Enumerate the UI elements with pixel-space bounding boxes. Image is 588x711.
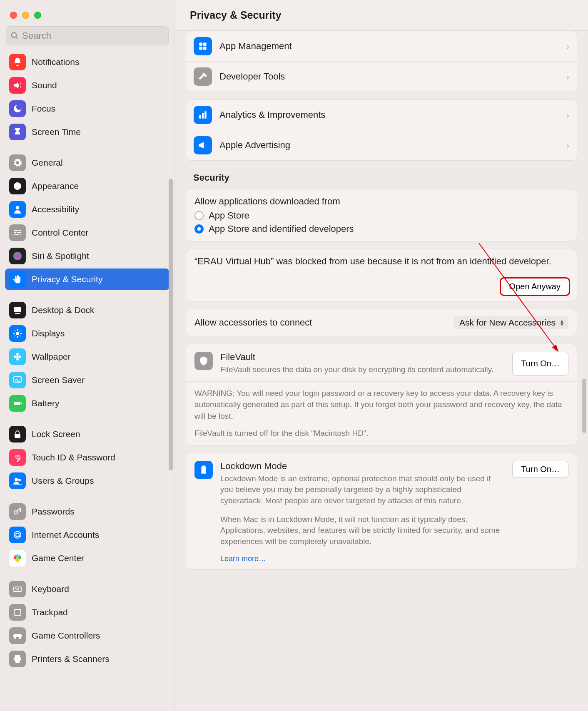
- sidebar-item-internet-accounts[interactable]: Internet Accounts: [5, 524, 169, 546]
- chevron-right-icon: ›: [566, 110, 569, 120]
- page-title-text: Privacy & Security: [190, 9, 282, 21]
- permissions-group-1: App Management›Developer Tools›: [186, 31, 577, 92]
- chart-icon: [194, 106, 212, 124]
- sidebar-item-label: Siri & Spotlight: [32, 251, 89, 261]
- sidebar-item-wallpaper[interactable]: Wallpaper: [5, 346, 169, 368]
- sidebar-item-game-center[interactable]: Game Center: [5, 547, 169, 569]
- sidebar-item-printers-scanners[interactable]: Printers & Scanners: [5, 648, 169, 670]
- sidebar-item-privacy[interactable]: Privacy & Security: [5, 268, 169, 290]
- sidebar-item-trackpad[interactable]: Trackpad: [5, 602, 169, 623]
- sidebar-item-label: Game Center: [32, 553, 84, 563]
- sidebar-item-desktop-dock[interactable]: Desktop & Dock: [5, 299, 169, 321]
- search-icon: [10, 31, 19, 40]
- flower-icon: [9, 348, 26, 365]
- sidebar-item-general[interactable]: General: [5, 152, 169, 174]
- battery-icon: [9, 395, 26, 412]
- hand-icon: [9, 271, 26, 288]
- users-icon: [9, 472, 26, 489]
- lockdown-turn-on-button[interactable]: Turn On…: [512, 461, 568, 478]
- blocked-app-message: “ERAU Virtual Hub” was blocked from use …: [186, 249, 577, 272]
- sliders-icon: [9, 224, 26, 241]
- open-anyway-button[interactable]: Open Anyway: [501, 278, 569, 295]
- speaker-icon: [9, 77, 26, 94]
- dropdown-stepper-icon: ▲▼: [560, 319, 564, 326]
- sidebar-item-sound[interactable]: Sound: [5, 75, 169, 96]
- sidebar-item-notifications[interactable]: Notifications: [5, 51, 169, 73]
- sidebar-item-label: Game Controllers: [32, 631, 100, 641]
- sidebar-item-control-center[interactable]: Control Center: [5, 222, 169, 244]
- sidebar-item-label: Accessibility: [32, 204, 79, 214]
- radio-button[interactable]: [194, 211, 204, 220]
- sidebar-item-label: Touch ID & Password: [32, 452, 115, 462]
- sidebar-item-screen-time[interactable]: Screen Time: [5, 121, 169, 143]
- sidebar-item-label: Printers & Scanners: [32, 654, 110, 664]
- radio-button[interactable]: [194, 224, 204, 234]
- sidebar-item-passwords[interactable]: Passwords: [5, 501, 169, 522]
- radio-label: App Store and identified developers: [209, 224, 354, 234]
- chevron-right-icon: ›: [566, 72, 569, 82]
- sidebar-item-users-groups[interactable]: Users & Groups: [5, 470, 169, 492]
- filevault-desc: FileVault secures the data on your disk …: [220, 364, 505, 375]
- zoom-window-button[interactable]: [34, 12, 41, 19]
- sidebar-item-game-controllers[interactable]: Game Controllers: [5, 625, 169, 646]
- analytics-group: Analytics & Improvements›Apple Advertisi…: [186, 99, 577, 161]
- sidebar-item-label: Screen Saver: [32, 375, 85, 385]
- sidebar-scrollbar[interactable]: [169, 179, 173, 470]
- filevault-warning: WARNING: You will need your login passwo…: [186, 382, 577, 428]
- page-title: Privacy & Security: [175, 0, 588, 31]
- allow-apps-option-0[interactable]: App Store: [194, 210, 568, 221]
- svg-point-0: [12, 32, 17, 37]
- analytics-row-0[interactable]: Analytics & Improvements›: [186, 100, 577, 130]
- sidebar-item-focus[interactable]: Focus: [5, 98, 169, 119]
- filevault-status: FileVault is turned off for the disk “Ma…: [186, 428, 577, 445]
- accessories-label: Allow accessories to connect: [194, 317, 312, 328]
- keyboard-icon: [9, 581, 26, 597]
- accessories-dropdown[interactable]: Ask for New Accessories ▲▼: [453, 316, 568, 329]
- search-input[interactable]: [22, 30, 164, 41]
- sidebar-item-label: Privacy & Security: [32, 274, 102, 284]
- sidebar-item-label: Users & Groups: [32, 476, 94, 486]
- sidebar-item-accessibility[interactable]: Accessibility: [5, 199, 169, 220]
- sidebar-item-screen-saver[interactable]: Screen Saver: [5, 369, 169, 391]
- sidebar-item-label: Screen Time: [32, 127, 81, 137]
- lockdown-learn-more-link[interactable]: Learn more…: [220, 554, 266, 563]
- sidebar-item-displays[interactable]: Displays: [5, 323, 169, 344]
- allow-apps-title: Allow applications downloaded from: [194, 196, 568, 207]
- permission-row-1[interactable]: Developer Tools›: [186, 62, 577, 92]
- sidebar-item-battery[interactable]: Battery: [5, 393, 169, 414]
- sidebar-item-keyboard[interactable]: Keyboard: [5, 578, 169, 600]
- filevault-title: FileVault: [220, 352, 505, 363]
- sidebar-item-touch-id[interactable]: Touch ID & Password: [5, 447, 169, 468]
- sidebar-item-label: General: [32, 158, 63, 168]
- megaphone-icon: [194, 136, 212, 154]
- sidebar-item-label: Internet Accounts: [32, 530, 99, 540]
- row-label: Apple Advertising: [219, 140, 290, 151]
- content-scrollbar[interactable]: [582, 379, 586, 433]
- close-window-button[interactable]: [10, 12, 17, 19]
- sidebar-item-lock-screen[interactable]: Lock Screen: [5, 423, 169, 445]
- permission-row-0[interactable]: App Management›: [186, 31, 577, 62]
- sidebar-item-label: Desktop & Dock: [32, 305, 95, 315]
- dock-icon: [9, 302, 26, 318]
- security-section-title: Security: [193, 172, 577, 183]
- radio-label: App Store: [209, 210, 249, 221]
- analytics-row-1[interactable]: Apple Advertising›: [186, 130, 577, 160]
- sidebar-item-appearance[interactable]: Appearance: [5, 175, 169, 197]
- sidebar: NotificationsSoundFocusScreen TimeGenera…: [0, 0, 175, 711]
- row-label: Analytics & Improvements: [219, 109, 325, 120]
- sidebar-item-label: Passwords: [32, 507, 75, 517]
- accessories-value: Ask for New Accessories: [459, 318, 556, 328]
- lockdown-desc-2: When Mac is in Lockdown Mode, it will no…: [220, 514, 505, 547]
- lockdown-card: Lockdown Mode Lockdown Mode is an extrem…: [186, 453, 577, 570]
- filevault-turn-on-button[interactable]: Turn On…: [512, 352, 568, 375]
- search-field[interactable]: [6, 26, 169, 45]
- accessories-card: Allow accessories to connect Ask for New…: [186, 309, 577, 336]
- sidebar-item-label: Appearance: [32, 181, 79, 191]
- moon-icon: [9, 100, 26, 117]
- apps-icon: [194, 37, 212, 55]
- minimize-window-button[interactable]: [22, 12, 29, 19]
- lockdown-title: Lockdown Mode: [220, 461, 505, 472]
- hammer-icon: [194, 67, 212, 86]
- sidebar-item-siri[interactable]: Siri & Spotlight: [5, 245, 169, 267]
- allow-apps-option-1[interactable]: App Store and identified developers: [194, 224, 568, 234]
